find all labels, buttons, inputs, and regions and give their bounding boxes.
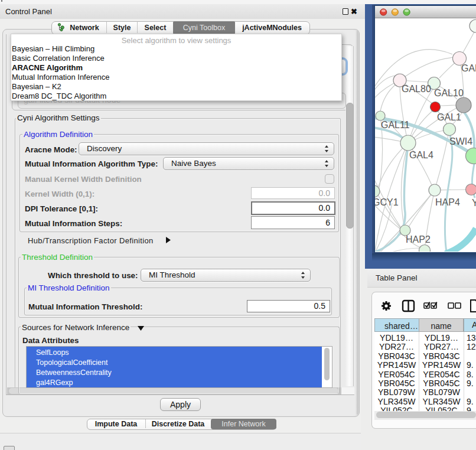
svg-text:GAL11: GAL11 (381, 120, 410, 130)
svg-text:GCY1: GCY1 (375, 197, 399, 207)
svg-text:GAL: GAL (461, 63, 476, 73)
svg-text:GAL80: GAL80 (402, 84, 431, 94)
svg-text:SWI4: SWI4 (449, 136, 472, 146)
svg-text:HAP2: HAP2 (406, 234, 431, 244)
svg-text:GAL10: GAL10 (434, 88, 464, 98)
svg-text:GAL1: GAL1 (437, 112, 461, 122)
svg-text:GAL4: GAL4 (409, 150, 433, 160)
svg-text:HAP4: HAP4 (435, 197, 460, 207)
svg-text:Y: Y (472, 198, 476, 208)
